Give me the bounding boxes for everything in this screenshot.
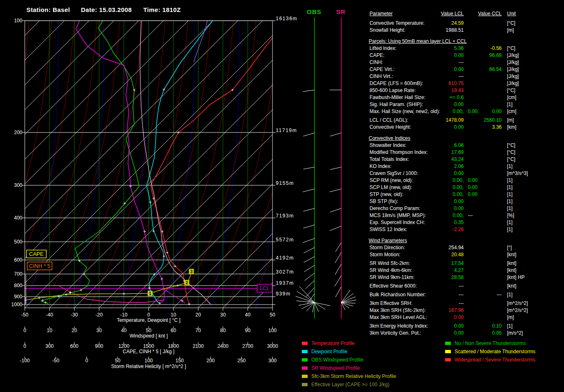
isotherm-line: [124, 21, 411, 308]
obs-column-label: OBS: [307, 8, 322, 15]
moist-adiabat-line: [211, 21, 240, 308]
unit-label: [J/kg]: [507, 52, 519, 59]
legend-profile-item: SR Windspeed Profile: [302, 364, 396, 372]
value-lcl: ---: [369, 300, 464, 307]
obs-wind-barb: [303, 90, 315, 92]
table-row: SCP RM (new, old):0.00,0.00[1]: [369, 177, 563, 184]
value-lcl: 0.00,: [369, 177, 464, 184]
pressure-tick-label: 700: [5, 271, 22, 277]
value-ccl: 96.69: [369, 52, 502, 59]
table-row: SB STP (fix):0.00[1]: [369, 198, 563, 205]
value-lcl: 0.00,: [369, 212, 464, 219]
value-lcl: 2.06: [369, 163, 464, 170]
unit-label: [knt]: [507, 267, 517, 274]
value-lcl: <= 0.6: [369, 94, 464, 101]
sr-wind-barb: [335, 253, 341, 263]
unit-label: [1]: [507, 219, 512, 226]
x-axis-tick-label: -50: [44, 358, 67, 364]
altitude-tick-label: 16136m: [276, 16, 297, 21]
x-axis-tick-label: -100: [13, 358, 36, 364]
table-section-title: Wind Parameters: [369, 237, 563, 244]
unit-label: [1]: [507, 323, 512, 330]
profile-point-marker: [152, 230, 155, 232]
unit-label: [°C]: [507, 142, 515, 149]
unit-label: [knt]: [507, 283, 517, 290]
value-mid: 0.00: [468, 191, 477, 198]
unit-label: [m^3/s^3]: [507, 170, 528, 177]
sr-wind-barb: [336, 243, 341, 252]
x-axis-tick-label: 10: [162, 312, 185, 318]
profile-point-marker: [188, 303, 190, 305]
table-row: CINH Virt.:---[J/kg]: [369, 73, 563, 80]
x-axis-tick-label: 1800: [162, 343, 185, 349]
x-axis-tick-label: 300: [261, 358, 284, 364]
x-axis-tick-label: 90: [236, 328, 259, 333]
unit-label: [km]: [507, 124, 517, 131]
x-axis-tick-label: 1200: [112, 343, 135, 349]
unit-label: [m^2/s^2]: [507, 300, 528, 307]
legend-profile-label: Temperature Profile: [311, 340, 355, 346]
table-row: Total Totals Index:43.24[°C]: [369, 156, 563, 163]
table-header-row: Parameter Value LCL Value CCL Unit: [369, 11, 563, 20]
unit-label: [1]: [507, 101, 512, 108]
x-axis-tick-label: 900: [88, 343, 111, 349]
station-label: Station: Basel: [26, 6, 70, 13]
srh-profile-profile: [24, 272, 191, 300]
legend-profile-label: Dewpoint Profile: [311, 349, 347, 354]
x-axis-tick-label: 50: [106, 358, 129, 364]
table-row: Bulk Richardson Number:------[1]: [369, 291, 563, 298]
pressure-tick-label: 400: [5, 215, 22, 221]
skewt-application-window: 123CAPECINH * 5LCL Station: Basel Date: …: [0, 0, 564, 392]
isotherm-line: [99, 21, 386, 308]
x-axis-tick-label: 30: [88, 328, 111, 333]
srh-km-marker-label: 3: [190, 269, 193, 274]
sr-windspeed-branch-profile: [164, 289, 185, 303]
widespread-severe-thunderstorms-swatch: [445, 358, 451, 361]
x-axis-tick-label: 2700: [236, 343, 259, 349]
table-row: CAPE:0.0096.69[J/kg]: [369, 52, 563, 59]
obs-windspeed-profile: [41, 19, 139, 304]
unit-label: [°C]: [507, 149, 515, 156]
legend-profile-item: Temperature Profile: [302, 339, 396, 347]
sr-wind-barb-fan: [341, 302, 350, 308]
value-lcl: 17.69: [369, 149, 464, 156]
unit-label: [cm]: [507, 108, 517, 115]
table-row: Fawbush-Miller Hail Size:<= 0.6[cm]: [369, 94, 563, 101]
unit-label: [m]: [507, 27, 514, 34]
value-lcl: 19.43: [369, 87, 464, 94]
x-axis-tick-label: 1500: [137, 343, 160, 349]
dry-adiabat-line: [111, 21, 188, 308]
table-row: STP (new, old):0.00,0.00[1]: [369, 191, 563, 198]
value-ccl: -0.56: [369, 45, 502, 52]
sr-windspeed-profile-swatch: [302, 366, 308, 370]
value-lcl: 0.00,: [369, 184, 464, 191]
value-lcl: 0.00,: [369, 191, 464, 198]
obs-wind-barb: [303, 133, 315, 136]
pressure-tick-label: 900: [5, 294, 22, 300]
unit-label: [°C]: [507, 156, 515, 163]
dry-adiabat-line: [225, 21, 301, 308]
table-row: Derecho Comp Param:0.00[1]: [369, 205, 563, 212]
legend-severity-label: No / Non Severe Thunderstorms: [455, 340, 526, 346]
value-ccl: 0.10: [369, 323, 502, 330]
col-header-value-ccl: Value CCL: [369, 11, 502, 17]
obs-wind-barb: [303, 239, 315, 243]
legend-profile-item: Sfc-3km Storm Relative Helicity Profile: [302, 372, 396, 380]
x-axis-tick-label: 20: [63, 328, 86, 333]
x-axis-tick-label: 30: [211, 312, 235, 318]
isotherm-line: [0, 21, 15, 308]
unit-label: [1]: [507, 163, 512, 170]
value-lcl: 254.94: [369, 244, 464, 251]
unit-label: [knt]: [507, 260, 517, 267]
x-axis-tick-label: -10: [112, 312, 135, 318]
x-axis-tick-label: -50: [13, 312, 36, 318]
x-axis-tick-label: 600: [63, 343, 86, 349]
profile-point-marker: [161, 278, 163, 280]
unit-label: [cm]: [507, 94, 517, 101]
x-axis-tick-label: 2100: [187, 343, 210, 349]
sr-wind-barb-fan: [341, 293, 354, 302]
dry-adiabat-line: [270, 21, 347, 308]
unit-label: [m]: [507, 117, 514, 124]
value-lcl: 167.96: [369, 307, 464, 314]
table-row: KO Index:2.06[1]: [369, 163, 563, 170]
